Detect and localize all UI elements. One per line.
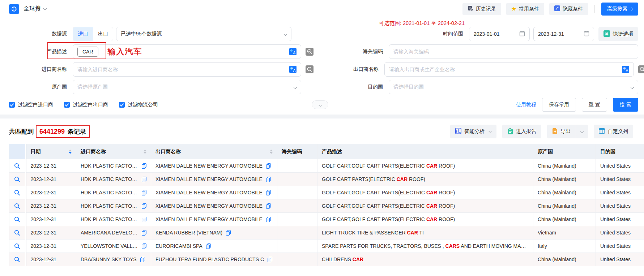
sort-icons[interactable] — [267, 150, 273, 154]
translate-icon[interactable]: 中A — [289, 66, 297, 73]
filter-blank-importer-label: 过滤空白进口商 — [18, 102, 53, 108]
hs-code-input[interactable] — [393, 49, 634, 55]
results-section: 共匹配到 6441299 条记录 BI 智能分析 进入报告 — [0, 118, 644, 266]
date-cell: 2023-12-31 — [26, 226, 76, 240]
topbar-divider — [594, 5, 595, 13]
export-button-group: 导出 — [547, 125, 588, 138]
exporter-cell: EURORICAMBI SPA — [151, 240, 277, 253]
translate-icon[interactable]: 中A — [289, 48, 297, 55]
summary-suffix: 条记录 — [68, 128, 86, 136]
destination-cell: United States — [596, 226, 644, 240]
fuzzy-match-toggle-icon[interactable] — [306, 65, 314, 73]
row-search-icon[interactable] — [14, 256, 20, 263]
exporter-cell: XIAMEN DALLE NEW ENERGY AUTOMOBILE — [151, 159, 277, 173]
product-desc-value-chip[interactable]: CAR — [77, 47, 98, 57]
datasource-selected-value: 已选中95个数据源 — [121, 31, 162, 37]
row-search-icon[interactable] — [14, 203, 20, 209]
app-switch-chevron-down-icon[interactable] — [43, 7, 47, 10]
date-cell: 2023-12-31 — [26, 253, 76, 266]
save-conditions-button[interactable]: 保存常用 — [542, 98, 576, 112]
hs-code-cell — [277, 186, 317, 199]
topbar: 全球搜 历史记录 ★ 常用条件 隐藏条件 高级搜索 — [0, 0, 644, 18]
copy-icon[interactable] — [268, 257, 272, 262]
chevron-down-icon — [318, 103, 322, 107]
end-date-input[interactable]: 2023-12-31 — [533, 27, 594, 41]
copy-icon[interactable] — [266, 163, 271, 169]
history-button[interactable]: 历史记录 — [462, 3, 501, 15]
collapse-form-button[interactable] — [312, 100, 328, 109]
export-button[interactable]: 导出 — [547, 125, 576, 138]
importer-cell: HDK PLASTIC FACTORY L — [76, 186, 151, 199]
filter-logistics-checkbox[interactable]: 过滤物流公司 — [119, 102, 158, 108]
destination-country-select[interactable]: 请选择目的国 — [389, 80, 638, 94]
svg-text:A: A — [293, 69, 296, 73]
smart-analysis-button[interactable]: BI 智能分析 — [450, 125, 496, 138]
importer-input[interactable] — [77, 66, 289, 72]
copy-icon[interactable] — [142, 203, 146, 209]
origin-country-select[interactable]: 请选择原产国 — [73, 80, 301, 94]
row-search-icon[interactable] — [14, 216, 20, 223]
translate-icon[interactable]: 中A — [622, 66, 629, 73]
copy-icon[interactable] — [266, 177, 271, 182]
app-name[interactable]: 全球搜 — [24, 5, 41, 13]
row-search-icon[interactable] — [14, 176, 20, 182]
row-actions-cell — [9, 240, 26, 253]
header-exporter[interactable]: 出口商名称 — [151, 144, 277, 159]
row-search-icon[interactable] — [14, 163, 20, 169]
export-toggle[interactable]: 出口 — [93, 27, 113, 41]
datasource-select[interactable]: 已选中95个数据源 — [116, 27, 291, 41]
copy-icon[interactable] — [266, 203, 271, 209]
form-row-importer-exporter: 进口商名称 中A 出口商名称 中A — [0, 62, 644, 77]
origin-cell: Italy — [533, 240, 596, 253]
enter-report-label: 进入报告 — [516, 128, 536, 135]
copy-icon[interactable] — [142, 190, 146, 195]
custom-columns-button[interactable]: 自定义列 — [594, 125, 633, 138]
reset-button[interactable]: 重 置 — [582, 98, 607, 112]
copy-icon[interactable] — [266, 217, 271, 222]
row-search-icon[interactable] — [14, 189, 20, 196]
hide-conditions-button[interactable]: 隐藏条件 — [549, 3, 588, 15]
exporter-input[interactable] — [389, 66, 622, 72]
form-row-countries: 原产国 请选择原产国 目的国 请选择目的国 — [0, 80, 644, 94]
header-importer[interactable]: 进口商名称 — [76, 144, 151, 159]
filter-blank-exporter-checkbox[interactable]: 过滤空白出口商 — [64, 102, 108, 108]
copy-icon[interactable] — [206, 243, 211, 249]
filter-blank-importer-checkbox[interactable]: 过滤空白进口商 — [9, 102, 53, 108]
hs-code-cell — [277, 253, 317, 266]
sort-icons[interactable] — [141, 150, 146, 154]
sort-icons[interactable] — [66, 150, 72, 154]
enter-report-button[interactable]: 进入报告 — [502, 125, 541, 138]
chevron-down-icon — [489, 129, 492, 133]
header-date[interactable]: 日期 — [26, 144, 76, 159]
fuzzy-match-toggle-icon[interactable] — [638, 65, 644, 73]
copy-icon[interactable] — [142, 230, 146, 236]
form-row-product-importer: 产品描述 CAR 输入汽车 中A 海关编码 — [0, 44, 644, 59]
app-logo-icon — [9, 4, 19, 14]
importer-cell: HDK PLASTIC FACTORY L — [76, 159, 151, 173]
export-options-chevron-button[interactable] — [576, 125, 588, 138]
origin-cell: China (Mainland) — [533, 159, 596, 173]
row-search-icon[interactable] — [14, 243, 20, 249]
table-row: 2023-12-31YELLOWSTONE VALLEY PEURORICAMB… — [9, 240, 644, 253]
search-form: 数据源 进口 出口 已选中95个数据源 时间范围 2023-01-01 2023… — [0, 18, 644, 110]
copy-icon[interactable] — [140, 257, 145, 262]
row-search-icon[interactable] — [14, 229, 20, 236]
copy-icon[interactable] — [142, 243, 146, 249]
fuzzy-match-toggle-icon[interactable] — [306, 48, 314, 56]
quick-options-button[interactable]: ⌘ 快捷选项 — [598, 27, 638, 41]
copy-icon[interactable] — [142, 177, 146, 182]
search-button[interactable]: 搜 索 — [613, 98, 638, 112]
import-toggle[interactable]: 进口 — [73, 27, 93, 41]
report-clipboard-icon — [507, 128, 513, 135]
copy-icon[interactable] — [266, 190, 271, 195]
start-date-input[interactable]: 2023-01-01 — [469, 27, 530, 41]
favorites-button[interactable]: ★ 常用条件 — [506, 3, 544, 15]
copy-icon[interactable] — [226, 230, 231, 236]
tutorial-link[interactable]: 使用教程 — [516, 102, 536, 108]
product-desc-input[interactable]: CAR 输入汽车 中A — [73, 44, 301, 59]
copy-icon[interactable] — [142, 217, 146, 222]
origin-country-placeholder: 请选择原产国 — [77, 84, 108, 90]
origin-cell: China (Mainland) — [533, 199, 596, 213]
copy-icon[interactable] — [142, 163, 146, 169]
advanced-search-button[interactable]: 高级搜索 — [601, 3, 638, 16]
